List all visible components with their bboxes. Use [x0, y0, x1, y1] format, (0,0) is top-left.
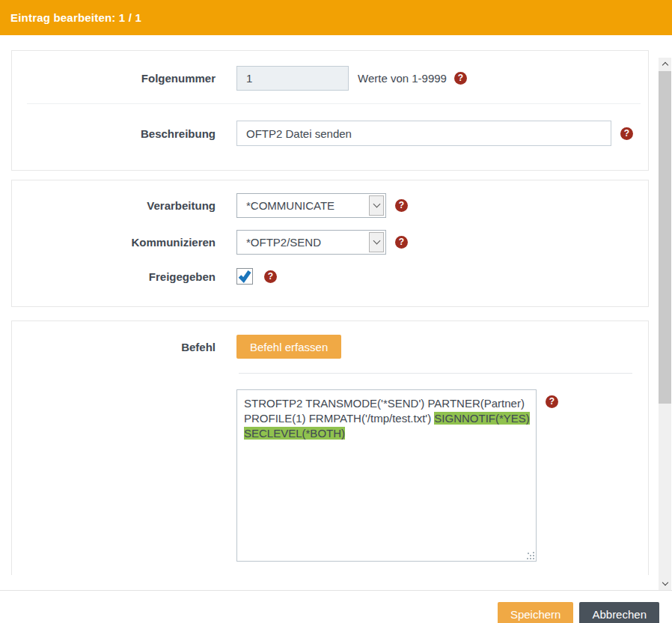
chevron-up-icon — [662, 62, 668, 68]
beschreibung-field: ? — [236, 121, 633, 146]
scroll-up-button[interactable] — [659, 58, 671, 70]
help-icon[interactable]: ? — [395, 236, 408, 249]
command-field: STROFTP2 TRANSMODE('*SEND') PARTNER(Part… — [236, 389, 558, 562]
folgenummer-input[interactable] — [236, 66, 349, 91]
divider — [239, 373, 632, 374]
select-dropdown-button[interactable] — [369, 195, 384, 216]
help-icon[interactable]: ? — [546, 395, 558, 408]
folgenummer-label: Folgenummer — [12, 72, 216, 85]
command-textarea-wrapper: STROFTP2 TRANSMODE('*SEND') PARTNER(Part… — [236, 389, 537, 562]
chevron-down-icon — [662, 580, 668, 586]
help-icon[interactable]: ? — [395, 199, 408, 212]
save-button[interactable]: Speichern — [498, 602, 574, 623]
highlighted-command-text: SECLEVEL(*BOTH) — [244, 427, 345, 440]
befehl-label: Befehl — [12, 341, 216, 353]
freigegeben-checkbox[interactable] — [236, 268, 253, 285]
kommunizieren-select[interactable]: *OFTP2/SEND — [236, 230, 386, 255]
cancel-button[interactable]: Abbrechen — [579, 602, 659, 623]
folgenummer-hint: Werte von 1-9999 — [358, 72, 447, 85]
scrollbar-thumb[interactable] — [659, 71, 671, 404]
befehl-row: Befehl Befehl erfassen — [12, 321, 648, 359]
help-icon[interactable]: ? — [264, 270, 277, 283]
dialog-title: Eintrag bearbeiten: 1 / 1 — [10, 11, 141, 24]
card-processing: Verarbeitung *COMMUNICATE ? Kommuniziere… — [11, 180, 649, 307]
verarbeitung-field: *COMMUNICATE ? — [236, 193, 408, 218]
divider — [27, 103, 641, 104]
textarea-resize-handle[interactable] — [528, 553, 534, 559]
card-command: Befehl Befehl erfassen STROFTP2 TRANSMOD… — [11, 320, 649, 575]
command-line: SECLEVEL(*BOTH) — [244, 426, 529, 441]
help-icon[interactable]: ? — [454, 72, 467, 85]
chevron-down-icon — [373, 201, 380, 208]
folgenummer-row: Folgenummer Werte von 1-9999 ? — [12, 51, 648, 91]
kommunizieren-field: *OFTP2/SEND ? — [236, 230, 408, 255]
command-line: STROFTP2 TRANSMODE('*SEND') PARTNER(Part… — [244, 396, 529, 411]
command-row: STROFTP2 TRANSMODE('*SEND') PARTNER(Part… — [12, 389, 648, 562]
select-dropdown-button[interactable] — [369, 232, 384, 252]
kommunizieren-row: Kommunizieren *OFTP2/SEND ? — [12, 230, 648, 255]
checkmark-icon — [237, 269, 252, 284]
befehl-actions: Befehl erfassen — [236, 335, 341, 359]
freigegeben-label: Freigegeben — [12, 270, 216, 283]
verarbeitung-select[interactable]: *COMMUNICATE — [236, 193, 386, 218]
command-line: PROFILE(1) FRMPATH('/tmp/test.txt') SIGN… — [244, 411, 529, 426]
edit-entry-dialog: Eintrag bearbeiten: 1 / 1 Folgenummer We… — [0, 0, 672, 623]
freigegeben-row: Freigegeben ? — [12, 268, 648, 285]
card-identification: Folgenummer Werte von 1-9999 ? Beschreib… — [11, 50, 649, 171]
dialog-body: Folgenummer Werte von 1-9999 ? Beschreib… — [0, 50, 672, 590]
verarbeitung-selected-value: *COMMUNICATE — [246, 199, 335, 212]
highlighted-command-text: SIGNNOTIF(*YES) — [434, 412, 530, 425]
dialog-footer: Speichern Abbrechen — [0, 590, 672, 623]
freigegeben-field: ? — [236, 268, 277, 285]
befehl-erfassen-button[interactable]: Befehl erfassen — [236, 335, 341, 359]
verarbeitung-label: Verarbeitung — [12, 199, 216, 212]
beschreibung-label: Beschreibung — [12, 127, 216, 140]
verarbeitung-row: Verarbeitung *COMMUNICATE ? — [12, 180, 648, 218]
folgenummer-field: Werte von 1-9999 ? — [236, 66, 467, 91]
scroll-down-button[interactable] — [659, 577, 671, 590]
dialog-header: Eintrag bearbeiten: 1 / 1 — [0, 0, 672, 35]
beschreibung-input[interactable] — [236, 121, 611, 146]
kommunizieren-selected-value: *OFTP2/SEND — [246, 236, 321, 249]
command-textarea[interactable]: STROFTP2 TRANSMODE('*SEND') PARTNER(Part… — [236, 389, 537, 562]
help-icon[interactable]: ? — [620, 127, 633, 140]
chevron-down-icon — [373, 237, 380, 245]
beschreibung-row: Beschreibung ? — [12, 121, 648, 146]
kommunizieren-label: Kommunizieren — [12, 236, 216, 249]
vertical-scrollbar[interactable] — [659, 58, 671, 590]
